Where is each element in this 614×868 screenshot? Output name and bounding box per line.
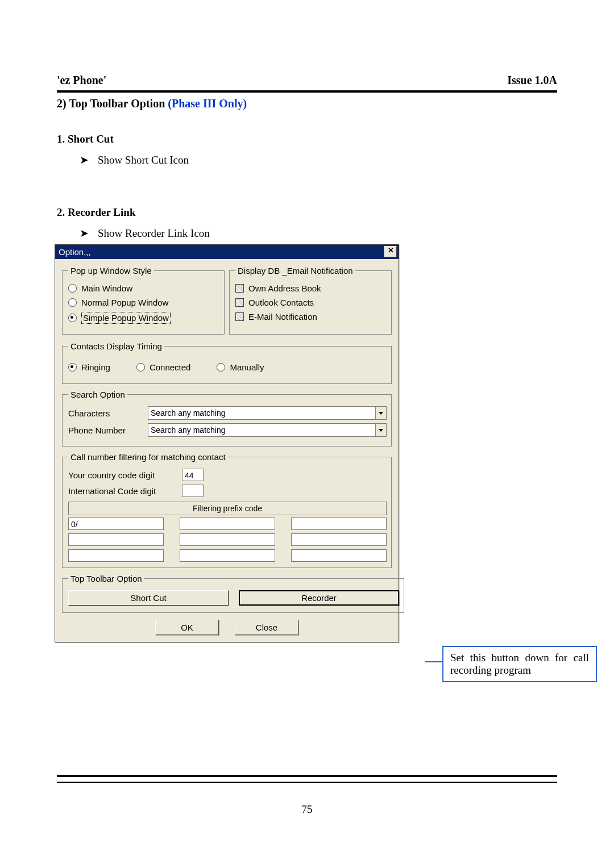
radio-icon	[217, 363, 225, 372]
search-phone-number-label: Phone Number	[68, 425, 148, 435]
dropdown-button[interactable]	[375, 424, 386, 436]
dialog-title: Option,,,	[59, 247, 91, 257]
radio-icon	[136, 363, 145, 372]
contacts-display-timing-group: Contacts Display Timing Ringing Connecte…	[62, 341, 392, 384]
checkbox-label: Outlook Contacts	[248, 298, 314, 307]
header-rule	[57, 90, 557, 93]
callout-text: Set this button down for call recording …	[450, 652, 589, 676]
prefix-cell[interactable]	[180, 533, 275, 546]
header-app-name: 'ez Phone'	[57, 74, 106, 87]
popup-window-style-group: Pop up Window Style Main Window Normal P…	[62, 266, 225, 335]
subsection-2-heading: 2. Recorder Link	[57, 206, 557, 219]
bullet-arrow-icon: ➤	[80, 154, 89, 166]
radio-label: Simple Popup Window	[81, 312, 171, 324]
radio-label: Connected	[150, 362, 191, 372]
call-number-filtering-legend: Call number filtering for matching conta…	[68, 452, 228, 462]
checkbox-outlook-contacts[interactable]: Outlook Contacts	[235, 298, 387, 307]
subsection-1-bullet: ➤Show Short Cut Icon	[80, 153, 557, 166]
country-code-digit-input[interactable]: 44	[182, 469, 204, 481]
footer-rules	[57, 775, 557, 783]
radio-label: Normal Popup Window	[81, 298, 168, 307]
prefix-cell[interactable]	[291, 533, 387, 546]
prefix-cell[interactable]	[291, 518, 387, 530]
subsection-1-heading: 1. Short Cut	[57, 133, 557, 145]
call-number-filtering-group: Call number filtering for matching conta…	[62, 452, 392, 568]
search-characters-label: Characters	[68, 408, 148, 418]
international-code-digit-input[interactable]	[182, 485, 204, 497]
search-option-group: Search Option Characters Search any matc…	[62, 390, 392, 446]
radio-connected[interactable]: Connected	[136, 362, 191, 372]
header-issue: Issue 1.0A	[507, 74, 557, 87]
radio-label: Ringing	[81, 362, 110, 372]
subsection-1-bullet-text: Show Short Cut Icon	[98, 154, 189, 166]
document-header: 'ez Phone' Issue 1.0A	[57, 74, 557, 87]
subsection-2-bullet-text: Show Recorder Link Icon	[98, 227, 210, 239]
prefix-cell[interactable]	[68, 533, 164, 546]
top-toolbar-option-group: Top Toolbar Option Short Cut Recorder	[62, 574, 404, 613]
country-code-digit-label: Your country code digit	[68, 470, 182, 480]
callout-connector	[425, 661, 443, 662]
checkbox-email-notification[interactable]: E-Mail Notification	[235, 312, 387, 322]
radio-icon	[68, 298, 77, 307]
radio-icon	[68, 314, 77, 322]
page-number: 75	[0, 803, 614, 816]
prefix-cell[interactable]	[291, 549, 387, 562]
prefix-cell[interactable]	[68, 549, 164, 562]
radio-label: Manually	[230, 362, 264, 372]
close-button[interactable]: ✕	[384, 246, 397, 257]
radio-normal-popup-window[interactable]: Normal Popup Window	[68, 298, 219, 307]
prefix-cell[interactable]: 0/	[68, 518, 164, 530]
prefix-cell[interactable]	[180, 518, 275, 530]
top-toolbar-option-legend: Top Toolbar Option	[68, 574, 144, 583]
ok-button[interactable]: OK	[155, 620, 219, 635]
display-db-email-group: Display DB _Email Notification Own Addre…	[229, 266, 392, 335]
radio-icon	[68, 363, 77, 372]
close-dialog-button[interactable]: Close	[235, 620, 298, 635]
display-db-email-legend: Display DB _Email Notification	[235, 266, 355, 276]
checkbox-label: Own Address Book	[248, 283, 321, 293]
filtering-prefix-grid: 0/	[68, 518, 387, 562]
checkbox-icon	[235, 298, 244, 307]
dropdown-value: Search any matching	[148, 407, 375, 419]
short-cut-button[interactable]: Short Cut	[68, 590, 229, 606]
bullet-arrow-icon: ➤	[80, 227, 89, 239]
chevron-down-icon	[379, 412, 383, 415]
radio-main-window[interactable]: Main Window	[68, 283, 219, 293]
checkbox-icon	[235, 284, 244, 293]
chevron-down-icon	[379, 429, 383, 432]
section-title: 2) Top Toolbar Option (Phase III Only)	[57, 97, 557, 110]
recorder-button[interactable]: Recorder	[239, 590, 399, 606]
option-dialog: Option,,, ✕ Pop up Window Style Main Win…	[55, 244, 399, 642]
search-characters-dropdown[interactable]: Search any matching	[148, 406, 387, 420]
search-phone-number-dropdown[interactable]: Search any matching	[148, 423, 387, 437]
checkbox-own-address-book[interactable]: Own Address Book	[235, 283, 387, 293]
checkbox-label: E-Mail Notification	[248, 312, 317, 322]
prefix-cell[interactable]	[180, 549, 275, 562]
callout-box: Set this button down for call recording …	[442, 646, 597, 682]
popup-window-style-legend: Pop up Window Style	[68, 266, 154, 276]
close-icon: ✕	[388, 246, 394, 254]
section-title-text: 2) Top Toolbar Option	[57, 97, 168, 110]
checkbox-icon	[235, 312, 244, 321]
section-title-phase: (Phase III Only)	[168, 97, 247, 110]
radio-simple-popup-window[interactable]: Simple Popup Window	[68, 312, 219, 324]
dropdown-button[interactable]	[375, 407, 386, 419]
radio-manually[interactable]: Manually	[217, 362, 264, 372]
dialog-titlebar[interactable]: Option,,, ✕	[55, 245, 399, 259]
radio-icon	[68, 284, 77, 293]
radio-label: Main Window	[81, 283, 132, 293]
dropdown-value: Search any matching	[148, 424, 375, 436]
radio-ringing[interactable]: Ringing	[68, 362, 110, 372]
filtering-prefix-code-header: Filtering prefix code	[68, 502, 387, 515]
international-code-digit-label: International Code digit	[68, 486, 182, 496]
contacts-display-timing-legend: Contacts Display Timing	[68, 341, 164, 351]
subsection-2-bullet: ➤Show Recorder Link Icon	[80, 227, 557, 240]
search-option-legend: Search Option	[68, 390, 127, 399]
